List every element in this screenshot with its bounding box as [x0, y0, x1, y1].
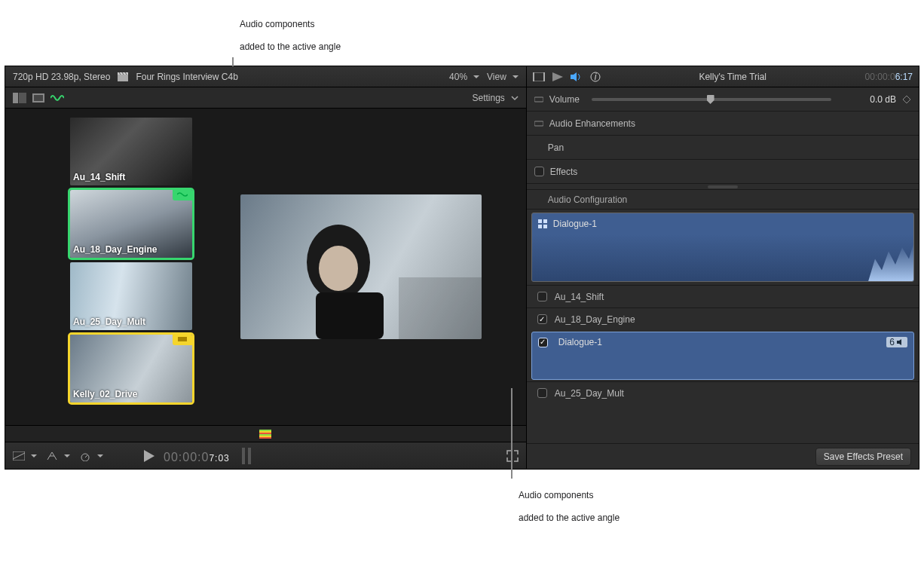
settings-button[interactable]: Settings	[473, 93, 505, 103]
annotation-top: Audio components added to the active ang…	[240, 6, 924, 60]
annotation-bottom: Audio components added to the active ang…	[519, 477, 924, 531]
svg-point-11	[319, 246, 358, 291]
angle-name: Au_14_Shift	[73, 172, 189, 182]
viewer-canvas	[197, 109, 526, 425]
dialogue-label: Dialogue-1	[553, 219, 597, 229]
keyframe-icon[interactable]	[902, 95, 911, 104]
multicam-angle-icon	[538, 219, 547, 228]
svg-line-15	[13, 453, 25, 459]
svg-rect-33	[543, 219, 547, 223]
angle-overview-icon[interactable]	[259, 430, 271, 439]
svg-rect-22	[533, 72, 545, 81]
speed-menu[interactable]	[79, 451, 103, 461]
effects-checkbox[interactable]	[534, 167, 544, 176]
timeline-marker-icon	[239, 448, 254, 464]
angle-viewer: Au_14_Shift Au_18_Day_Engine Au_25_Day_M…	[5, 109, 197, 425]
angle-name: Au_18_Day_Engine	[73, 244, 189, 255]
viewer-layout-menu[interactable]	[13, 451, 37, 460]
component-row[interactable]: Au_25_Day_Mult	[527, 381, 919, 404]
video-tab-icon[interactable]	[533, 72, 545, 81]
component-row[interactable]: Au_14_Shift	[527, 285, 919, 308]
inspector-header: i Kelly's Time Trial 00:00:06:17	[527, 66, 919, 87]
volume-label: Volume	[549, 94, 580, 105]
svg-marker-19	[144, 450, 155, 462]
component-checkbox[interactable]	[537, 388, 547, 398]
angle-name: Au_25_Day_Mult	[73, 317, 189, 327]
svg-rect-9	[178, 337, 187, 341]
play-button[interactable]	[144, 450, 155, 462]
clip-title: Four Rings Interview C4b	[136, 72, 237, 82]
angle-thumb[interactable]: Kelly_02_Drive	[70, 335, 192, 402]
svg-rect-35	[543, 225, 547, 228]
svg-rect-34	[538, 225, 542, 228]
svg-rect-20	[242, 448, 245, 464]
transport-bar: 00:00:07:03	[5, 442, 526, 469]
audio-config-section: Dialogue-1 Au_14_Shift Au_18_Day_Engine …	[527, 210, 919, 404]
save-effects-preset-button[interactable]: Save Effects Preset	[815, 448, 911, 466]
component-name: Au_18_Day_Engine	[555, 314, 635, 325]
svg-rect-24	[543, 72, 545, 81]
clapper-icon	[118, 72, 128, 81]
inspector-panel: i Kelly's Time Trial 00:00:06:17 Volume …	[526, 66, 919, 469]
svg-rect-23	[533, 72, 534, 81]
switch-video-audio-icon[interactable]	[13, 93, 26, 103]
angle-thumb[interactable]: Au_14_Shift	[70, 118, 192, 185]
annotation-leader-line	[511, 388, 512, 479]
panel-grip[interactable]	[527, 184, 919, 190]
volume-row: Volume 0.0 dB	[527, 87, 919, 112]
audio-enh-icon	[534, 120, 543, 127]
audio-active-badge-icon	[173, 190, 192, 200]
retiming-menu[interactable]	[46, 451, 70, 461]
angle-thumb[interactable]: Au_25_Day_Mult	[70, 262, 192, 330]
component-checkbox[interactable]	[537, 314, 547, 324]
svg-marker-30	[903, 96, 910, 103]
color-tab-icon[interactable]	[552, 72, 563, 81]
waveform-preview	[532, 234, 913, 281]
channel-count-badge[interactable]: 6	[886, 337, 907, 347]
component-name: Au_14_Shift	[555, 292, 604, 302]
viewer-header: 720p HD 23.98p, Stereo Four Rings Interv…	[5, 66, 526, 87]
svg-text:i: i	[595, 72, 597, 82]
info-tab-icon[interactable]: i	[590, 72, 601, 82]
angle-thumb[interactable]: Au_18_Day_Engine	[70, 190, 192, 258]
waveform-preview	[532, 352, 913, 379]
active-audio-component[interactable]: Dialogue-1 6	[531, 332, 914, 380]
format-label: 720p HD 23.98p, Stereo	[13, 72, 110, 82]
component-name: Au_25_Day_Mult	[555, 388, 624, 399]
filmstrip-icon[interactable]	[32, 93, 44, 103]
audio-enhancements-row[interactable]: Audio Enhancements	[527, 112, 919, 136]
angle-name: Kelly_02_Drive	[73, 389, 189, 399]
sub-dialogue-label: Dialogue-1	[558, 337, 602, 347]
svg-marker-25	[552, 72, 563, 81]
audio-skim-icon[interactable]	[50, 93, 64, 103]
audio-config-header: Audio Configuration	[527, 190, 919, 210]
app-window: 720p HD 23.98p, Stereo Four Rings Interv…	[5, 66, 919, 470]
svg-rect-0	[118, 75, 128, 81]
viewer-frame	[240, 194, 482, 339]
svg-marker-26	[571, 72, 577, 81]
svg-marker-36	[897, 339, 901, 345]
view-menu[interactable]: View	[487, 72, 519, 82]
volume-slider[interactable]	[592, 98, 831, 101]
inspector-clip-name: Kelly's Time Trial	[608, 72, 858, 82]
svg-rect-32	[538, 219, 542, 223]
svg-rect-6	[19, 93, 26, 103]
component-checkbox[interactable]	[537, 292, 547, 301]
volume-disclosure-icon[interactable]	[534, 96, 543, 103]
svg-rect-29	[534, 97, 543, 102]
svg-rect-31	[534, 121, 543, 126]
settings-chevron-icon[interactable]	[511, 94, 519, 102]
component-row[interactable]: Au_18_Day_Engine	[527, 308, 919, 330]
audio-config-clip[interactable]: Dialogue-1	[531, 213, 914, 282]
inspector-timecode: 00:00:06:17	[865, 72, 913, 82]
svg-rect-13	[399, 277, 482, 339]
volume-value: 0.0 dB	[843, 94, 896, 105]
component-checkbox[interactable]	[538, 338, 548, 347]
audio-tab-icon[interactable]	[571, 72, 583, 81]
effects-row[interactable]: Effects	[527, 160, 919, 184]
inspector-footer: Save Effects Preset	[527, 443, 919, 469]
timecode-display[interactable]: 00:00:07:03	[164, 446, 230, 465]
zoom-menu[interactable]: 40%	[449, 72, 479, 82]
overlay-bar	[5, 425, 526, 442]
pan-row[interactable]: Pan	[527, 136, 919, 160]
